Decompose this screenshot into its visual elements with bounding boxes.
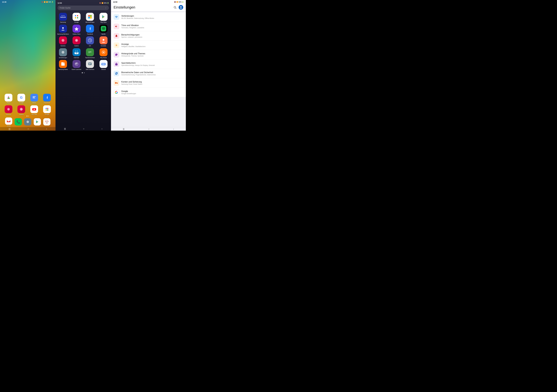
settings-screen: 12:50 🔇 📶 51% 🔋 Einstellungen <box>111 0 186 131</box>
svg-line-127 <box>176 8 176 9</box>
app-playmusic[interactable]: Play Musik <box>97 48 110 58</box>
search-icon-settings[interactable] <box>173 6 177 9</box>
svg-point-38 <box>27 121 28 122</box>
app-news[interactable]: News <box>28 94 40 104</box>
time-settings: 12:50 <box>113 1 117 3</box>
drawer-nav-back[interactable]: ‹ <box>102 128 102 130</box>
app-maps[interactable]: Maps <box>3 94 15 104</box>
display-settings-icon <box>114 42 119 48</box>
settings-nav-recent[interactable]: ||| <box>123 128 124 130</box>
app-gmail[interactable]: Gmail <box>5 118 12 127</box>
drawer-content: 12:50 🔇 📶 51% 🔋 Finder-Suche ⋮ SAMSUNG <box>56 0 111 74</box>
phone-icon: 📞 <box>15 118 22 126</box>
kamera-drawer-label: Kamera <box>61 45 66 47</box>
google-settings-title: Google <box>121 90 183 92</box>
status-bar-drawer: 12:50 🔇 📶 51% 🔋 <box>56 1 111 5</box>
app-calculator[interactable]: ±× Taschenrechner <box>83 48 97 58</box>
app-einstellungen-drawer[interactable]: Einstellungen <box>57 48 70 58</box>
settings-item-google[interactable]: Google Google-Einstellungen <box>111 88 186 97</box>
gmail-label: Gmail <box>7 125 11 127</box>
svg-point-91 <box>103 39 104 41</box>
app-phone[interactable]: 📞 <box>15 118 22 126</box>
app-google-drawer[interactable]: Google <box>70 13 83 23</box>
settings-item-bio[interactable]: Biometrische Daten und Sicherheit Gesich… <box>111 69 186 78</box>
app-playstore-home[interactable] <box>34 118 41 126</box>
lock-settings-icon <box>114 61 119 67</box>
app-sms[interactable]: SMS Services <box>83 60 97 70</box>
svg-rect-117 <box>89 63 91 64</box>
news-icon <box>30 94 38 102</box>
wifi-icon: 📶 <box>44 1 46 3</box>
svg-rect-113 <box>76 63 77 64</box>
app-facebook-home[interactable]: f Facebook <box>41 94 53 104</box>
gboard-icon <box>99 60 107 68</box>
mute-icon: 🔇 <box>41 1 43 3</box>
settings-item-sound[interactable]: Töne und Vibration Tonmodus, Klingelton,… <box>111 22 186 31</box>
app-kamera-home[interactable]: Kamera <box>3 105 15 115</box>
nav-recent-home[interactable]: ||| <box>9 128 10 130</box>
playstore-drawer-icon <box>99 13 107 21</box>
search-bar[interactable]: Finder-Suche ⋮ <box>57 6 109 10</box>
settings-nav-back[interactable]: ‹ <box>173 128 174 130</box>
app-samsung[interactable]: SAMSUNG Samsung <box>57 13 70 23</box>
app-chrome[interactable] <box>43 118 50 126</box>
battery-settings: 51% 🔋 <box>179 1 184 3</box>
app-youtube-home[interactable]: YouTube <box>28 105 40 115</box>
svg-point-55 <box>75 15 76 16</box>
microsoft-icon <box>86 13 94 21</box>
sms-label: SMS Services <box>86 69 94 70</box>
settings-item-themes[interactable]: Hintergründe und Themes Hintergründe, Th… <box>111 50 186 59</box>
app-microsoft[interactable]: Microsoft Apps <box>83 13 97 23</box>
gboard-label: Gboard <box>101 69 106 70</box>
verbindungen-sub: WLAN, Bluetooth, Datennutzung, Offline-M… <box>121 17 183 19</box>
status-bar-home: 12:49 🔇 📶 📶 51% 🔋 <box>0 0 56 3</box>
app-settings-home[interactable] <box>24 118 31 126</box>
settings-item-notif[interactable]: Benachrichtigungen Sperren, zulassen, pr… <box>111 31 186 41</box>
settings-nav-home[interactable]: ○ <box>148 128 149 130</box>
settings-header-actions <box>173 5 183 10</box>
youtube-label-home: YouTube <box>31 114 37 115</box>
samsung-notes-icon <box>59 60 67 68</box>
app-clock[interactable]: Uhr <box>83 36 97 47</box>
playmusic-icon <box>99 48 107 56</box>
app-facebook-drawer[interactable]: f Facebook <box>83 25 97 35</box>
profile-avatar[interactable] <box>179 5 183 10</box>
drawer-nav-recent[interactable]: ||| <box>64 128 66 130</box>
settings-status-icons: 🔇 📶 51% 🔋 <box>174 1 184 3</box>
calendar-label: Kalender <box>74 57 79 58</box>
app-google2-home[interactable]: Google <box>41 105 53 115</box>
app-gboard[interactable]: Gboard <box>97 60 110 70</box>
svg-point-6 <box>8 97 9 97</box>
settings-themes-text: Hintergründe und Themes Hintergründe, Th… <box>121 52 183 57</box>
settings-item-accounts[interactable]: Konten und Sicherung Samsung Cloud, Smar… <box>111 78 186 88</box>
settings-item-display[interactable]: Anzeige Helligkeit, Blaufilter, Startbil… <box>111 41 186 50</box>
svg-text:f: f <box>47 96 48 100</box>
nav-home-home[interactable]: ○ <box>28 128 29 130</box>
search-menu-icon[interactable]: ⋮ <box>105 7 107 9</box>
app-calendar[interactable]: 20 Kalender <box>70 48 83 58</box>
app-contacts[interactable]: Kontakte <box>97 36 110 47</box>
settings-item-wifi[interactable]: Verbindungen WLAN, Bluetooth, Datennutzu… <box>111 12 186 22</box>
app-galaxy-store[interactable]: Galaxy Store <box>70 25 83 35</box>
drawer-nav-home[interactable]: ○ <box>83 128 84 130</box>
app-galerie-drawer[interactable]: Galerie <box>70 36 83 47</box>
nav-back-home[interactable]: ‹ <box>46 128 47 130</box>
battery-home: 51% 🔋 <box>48 1 53 3</box>
app-gamelauncher[interactable]: Game Launcher <box>70 60 83 70</box>
app-playstore-drawer[interactable]: Play Store <box>97 13 110 23</box>
app-google[interactable]: G Google <box>16 94 27 104</box>
accounts-title: Konten und Sicherung <box>121 81 183 83</box>
app-spotify[interactable]: Spotify <box>97 25 110 35</box>
svg-text:📞: 📞 <box>16 120 20 124</box>
maps-icon <box>5 94 12 102</box>
spotify-label: Spotify <box>101 33 106 35</box>
app-sam-members[interactable]: Samsung Members <box>57 25 70 35</box>
settings-item-lock[interactable]: Sperrbildschirm Sperrbildschirmtyp, Alwa… <box>111 59 186 69</box>
app-kamera-drawer[interactable]: Kamera <box>57 36 70 47</box>
svg-rect-53 <box>61 15 65 16</box>
google-suite-icon <box>73 13 81 21</box>
app-galerie-home[interactable]: Galerie <box>16 105 27 115</box>
facebook-label-home: Facebook <box>44 102 50 104</box>
app-samsung-notes[interactable]: Samsung Notes <box>57 60 70 70</box>
svg-point-23 <box>20 109 21 110</box>
